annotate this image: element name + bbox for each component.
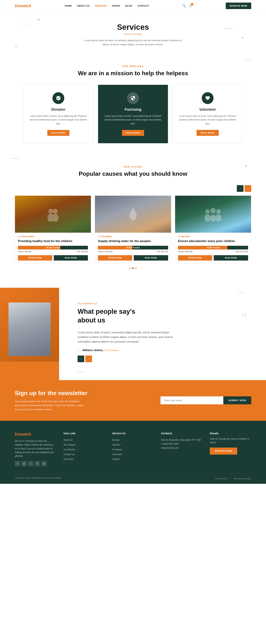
logo-text: Donate xyxy=(15,4,29,8)
testimonials-section: 〰〰 〰〰 TESTIMONIALS What people say's abo… xyxy=(0,288,266,380)
cause-donate-button-2[interactable]: DONATE NOW xyxy=(98,255,132,260)
footer-contacts-title: Contacts xyxy=(161,432,202,435)
hero-section: ✴ 〰〰 〰〰 ✦ ✦ Services Home / Services Lor… xyxy=(0,12,266,54)
funrising-icon xyxy=(127,92,139,104)
causes-prev-button[interactable]: ← xyxy=(244,185,251,192)
footer-logo: DonateX xyxy=(15,432,56,437)
cause-body-1: SOUTH AFRICA Providing healthy food for … xyxy=(15,233,91,264)
svg-point-0 xyxy=(48,209,53,214)
terms-link[interactable]: Term and Condision xyxy=(233,478,251,480)
causes-title: Popular causes what you should know xyxy=(15,170,251,178)
funrising-read-more-button[interactable]: READ MORE xyxy=(122,130,144,136)
cause-goal-1: Goal: $30,000 xyxy=(76,250,88,252)
nav-services[interactable]: SERVICES xyxy=(95,4,107,7)
funrising-title: Funrising xyxy=(104,107,162,112)
donator-card: Donator Lorem ipsum dolor sit amet, risu… xyxy=(23,85,94,144)
twitter-icon[interactable]: t xyxy=(28,461,33,466)
cause-title-2: Supply drinking water for the peoples xyxy=(98,239,168,243)
testi-quote: "Lorem ipsum dolor sit amet, consectetur… xyxy=(78,330,174,344)
footer-service-donate: Donate xyxy=(112,438,154,442)
footer-col-service: Service Us Donate Sponsor Fundraise Volu… xyxy=(112,432,154,466)
svg-point-7 xyxy=(204,214,210,222)
hero-description: Lorem ipsum dolor sit amet, consectetur … xyxy=(81,38,185,46)
cause-region-3: BELGIUM xyxy=(178,236,248,238)
newsletter-submit-button[interactable]: SUBMIT NOW xyxy=(223,396,251,404)
newsletter-section: Sign up for the newsletter Sed ut perspi… xyxy=(0,380,266,421)
testi-bottom xyxy=(0,362,59,380)
volunteer-read-more-button[interactable]: READ MORE xyxy=(196,130,219,136)
services-cards: Donator Lorem ipsum dolor sit amet, risu… xyxy=(15,85,251,144)
footer-service-volunteer: Volunteer xyxy=(112,452,154,456)
footer-donate-desc: Help Us Change the Lives of Children in … xyxy=(210,437,251,444)
footer-phone: +2(305) 587-3407 xyxy=(161,442,202,446)
cause-read-more-button-2[interactable]: READ MORE xyxy=(134,255,168,260)
cause-read-more-button-1[interactable]: READ MORE xyxy=(54,255,88,260)
newsletter-description: Sed ut perspiciatis unde omnis iste natu… xyxy=(15,399,85,412)
footer-donate-title: Donate xyxy=(210,432,251,435)
header: DonateX HOME ABOUT US SERVICES PAGES BLO… xyxy=(0,0,266,12)
newsletter-left: Sign up for the newsletter Sed ut perspi… xyxy=(15,389,126,412)
footer-address: Flat 30, Reynolds, Helenaville, FV77 8W xyxy=(161,438,202,442)
footer-contacts-info: Flat 30, Reynolds, Helenaville, FV77 8W … xyxy=(161,438,202,450)
cart-icon[interactable]: 🛒0 xyxy=(188,4,192,8)
nav-contact[interactable]: CONTACT xyxy=(138,4,149,7)
footer-service-fundraise: Fundraise xyxy=(112,448,154,451)
privacy-policy-link[interactable]: Privacy Policy xyxy=(215,478,228,480)
cause-donate-button-3[interactable]: DONATE NOW xyxy=(178,255,212,260)
newsletter-email-input[interactable] xyxy=(160,396,223,404)
nav-about[interactable]: ABOUT US xyxy=(77,4,90,7)
logo-accent: X xyxy=(29,4,32,8)
testi-author-name: Williams Jashon, xyxy=(82,349,103,352)
cause-card-2: BOTSWANA Supply drinking water for the p… xyxy=(95,196,171,264)
dot-1[interactable] xyxy=(129,268,131,269)
footer-social: f in t li yt xyxy=(15,461,56,466)
services-title: We are in a mission to help the helpess xyxy=(15,70,251,77)
testi-prev-button[interactable]: ← xyxy=(85,356,92,362)
youtube-icon[interactable]: yt xyxy=(42,461,46,466)
volunteer-card: Volunteer Lorem ipsum dolor sit amet, ri… xyxy=(172,85,243,144)
footer-col-about: DonateX We Are In A Mission To Help The … xyxy=(15,432,56,466)
cause-actions-3: DONATE NOW READ MORE xyxy=(178,255,248,260)
cause-meta-2: Raised: $130,000 Goal: $87,000 xyxy=(98,250,168,252)
donator-read-more-button[interactable]: READ MORE xyxy=(47,130,70,136)
footer-copyright: Copyright © 2022. All Rights Reserved By… xyxy=(15,477,61,480)
footer-donate-button[interactable]: DONATE NOW xyxy=(210,448,237,454)
footer-col-donate: Donate Help Us Change the Lives of Child… xyxy=(210,432,251,466)
nav-blog[interactable]: BLOG xyxy=(126,4,132,7)
cause-goal-2: Goal: $87,000 xyxy=(156,250,168,252)
dot-3[interactable] xyxy=(135,268,137,269)
facebook-icon[interactable]: f xyxy=(15,461,20,466)
causes-label: OUR CAUSES xyxy=(15,166,251,168)
funrising-card: Funrising Lorem ipsum dolor sit amet, ri… xyxy=(98,85,168,144)
nav-pages[interactable]: PAGES xyxy=(112,4,120,7)
footer-link-about-us: About Us xyxy=(64,438,105,442)
linkedin-icon[interactable]: li xyxy=(35,461,40,466)
svg-point-6 xyxy=(216,209,221,214)
newsletter-title: Sign up for the newsletter xyxy=(15,389,126,397)
testimonials-photo xyxy=(8,302,50,356)
footer-service-partner: Partner xyxy=(112,457,154,461)
nav-home[interactable]: HOME xyxy=(65,4,72,7)
donator-desc: Lorem ipsum dolor sit amet, risus adipis… xyxy=(29,114,88,126)
breadcrumb: Home / Services xyxy=(4,33,262,36)
cause-card-1: SOUTH AFRICA Providing healthy food for … xyxy=(15,196,91,264)
breadcrumb-current: Services xyxy=(133,33,142,36)
cause-goal-3: Goal: $115,000 xyxy=(236,250,248,252)
cause-donate-button-1[interactable]: DONATE NOW xyxy=(18,255,52,260)
funrising-desc: Lorem ipsum dolor sit amet, risus adipis… xyxy=(104,114,162,126)
causes-next-button[interactable]: → xyxy=(237,185,244,192)
header-donate-button[interactable]: DONATE NOW xyxy=(226,2,251,9)
search-icon[interactable]: 🔍 xyxy=(182,4,186,8)
nav-icons: 🔍 🛒0 xyxy=(182,4,192,8)
footer-link-our-event: Our Event xyxy=(64,457,105,461)
instagram-icon[interactable]: in xyxy=(22,461,26,466)
dot-2[interactable] xyxy=(132,268,134,269)
cause-raised-3: Raised: $180,000 xyxy=(178,250,192,252)
cause-read-more-button-3[interactable]: READ MORE xyxy=(214,255,248,260)
testi-next-button[interactable]: → xyxy=(78,356,84,362)
logo[interactable]: DonateX xyxy=(15,4,31,8)
cause-image-1 xyxy=(15,196,91,233)
footer-col-contacts: Contacts Flat 30, Reynolds, Helenaville,… xyxy=(161,432,202,466)
cause-progress-3: 70.50% Funded xyxy=(178,246,248,250)
testi-author-role: UI/UX Designer xyxy=(104,349,118,351)
